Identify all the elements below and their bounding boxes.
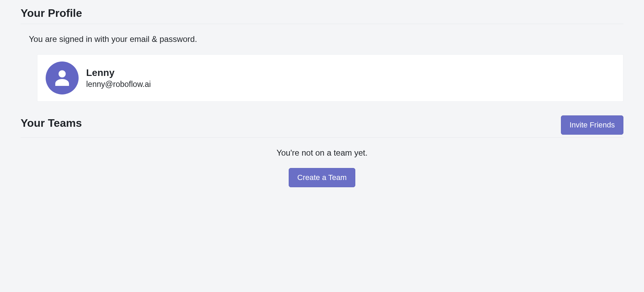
- profile-info: Lenny lenny@roboflow.ai: [86, 67, 151, 89]
- svg-point-0: [59, 70, 66, 78]
- avatar: [46, 61, 79, 94]
- teams-heading: Your Teams: [21, 117, 82, 130]
- profile-card: Lenny lenny@roboflow.ai: [37, 54, 623, 102]
- profile-email: lenny@roboflow.ai: [86, 80, 151, 89]
- teams-empty-text: You're not on a team yet.: [21, 148, 623, 158]
- signin-status-text: You are signed in with your email & pass…: [29, 34, 623, 44]
- profile-heading: Your Profile: [21, 7, 623, 20]
- profile-name: Lenny: [86, 67, 151, 78]
- person-icon: [52, 67, 72, 89]
- invite-friends-button[interactable]: Invite Friends: [561, 115, 623, 135]
- teams-empty-state: You're not on a team yet. Create a Team: [21, 148, 623, 187]
- create-team-button[interactable]: Create a Team: [289, 168, 355, 187]
- divider: [21, 137, 623, 138]
- teams-header-row: Your Teams Invite Friends: [21, 115, 623, 135]
- divider: [21, 24, 623, 24]
